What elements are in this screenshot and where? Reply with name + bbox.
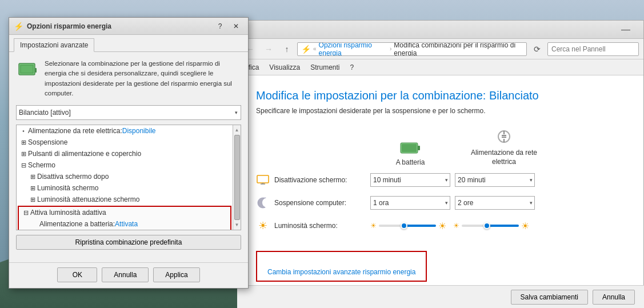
brightness-battery-thumb[interactable] <box>401 222 407 229</box>
screen-power-dropdown[interactable]: 20 minuti 5 minuti 10 minuti 30 minuti 1… <box>455 173 535 187</box>
tree-scroll-area[interactable]: • Alimentazione da rete elettrica: Dispo… <box>17 125 241 230</box>
dialog-combination-dropdown[interactable]: Bilanciato [attivo] Risparmio energia Pr… <box>16 105 241 120</box>
tree-scrollbar[interactable]: ▲ ▼ <box>233 125 241 230</box>
dialog-title-icon: ⚡ <box>14 22 23 31</box>
dialog-apply-button[interactable]: Applica <box>153 267 199 282</box>
sun-large-power-icon: ☀ <box>521 221 529 231</box>
tree-item-screen[interactable]: ⊟ Schermo <box>17 159 233 171</box>
svg-rect-1 <box>418 146 420 150</box>
brightness-setting: ☀ Luminosità schermo: ☀ ☀ ☀ ☀ <box>256 219 625 233</box>
dialog-header-description: Selezionare la combinazione per la gesti… <box>45 59 241 98</box>
dialog-header: Selezionare la combinazione per la gesti… <box>16 59 241 98</box>
dialog-title-text: Opzioni risparmio energia <box>27 22 213 30</box>
tree-highlight-0: Disponibile <box>122 127 156 135</box>
content-area: Modifica le impostazioni per la combinaz… <box>238 75 643 287</box>
address-sep1: « <box>313 46 317 52</box>
svg-rect-14 <box>21 66 33 73</box>
brightness-setting-icon: ☀ <box>256 219 270 233</box>
expand-icon-3: ⊟ <box>19 161 28 170</box>
refresh-button[interactable]: ⟳ <box>529 41 545 57</box>
main-panel: — ← → ↑ ⚡ « Opzioni risparmio energia › … <box>237 20 644 308</box>
dialog-cancel-button[interactable]: Annulla <box>102 267 149 282</box>
dialog-dropdown-wrapper: Bilanciato [attivo] Risparmio energia Pr… <box>16 105 241 120</box>
tree-text-5: Luminosità schermo <box>37 184 98 192</box>
svg-rect-2 <box>402 144 417 152</box>
sleep-power-dropdown[interactable]: 2 ore 30 minuti 1 ora 3 ore Mai <box>455 196 535 210</box>
tree-highlight-8: Attivata <box>115 220 138 228</box>
address-power-icon: ⚡ <box>301 45 311 54</box>
dialog-close-button[interactable]: ✕ <box>229 19 243 33</box>
dialog-ok-button[interactable]: OK <box>57 267 97 282</box>
power-label: Alimentazione da rete elettrica <box>464 149 544 166</box>
tree-item-attenuation[interactable]: ⊞ Luminosità attenuazione schermo <box>17 194 233 205</box>
brightness-battery-slider[interactable] <box>379 225 436 227</box>
brightness-setting-label: Luminosità schermo: <box>274 222 366 230</box>
sleep-battery-dropdown[interactable]: 1 ora 15 minuti 30 minuti 2 ore Mai <box>370 196 450 210</box>
tree-item-battery-adaptive[interactable]: Alimentazione a batteria: Attivata <box>19 218 230 230</box>
advanced-btn-wrapper: Cambia impostazioni avanzate risparmio e… <box>256 251 427 282</box>
sun-small-power-icon: ☀ <box>453 222 459 230</box>
screen-power-dropdown-wrap: 20 minuti 5 minuti 10 minuti 30 minuti 1… <box>455 173 535 187</box>
battery-icon <box>400 142 421 156</box>
tree-text-4: Disattiva schermo dopo <box>37 173 109 181</box>
menu-visualizza[interactable]: Visualizza <box>265 61 305 74</box>
dialog-titlebar: ⚡ Opzioni risparmio energia ? ✕ <box>9 18 248 35</box>
bottom-bar: Salva cambiamenti Annulla <box>237 285 644 308</box>
minimize-button[interactable]: — <box>613 21 639 39</box>
expand-icon-2: ⊞ <box>19 149 28 158</box>
sleep-power-dropdown-wrap: 2 ore 30 minuti 1 ora 3 ore Mai ▾ <box>455 196 535 210</box>
brightness-power-slider[interactable] <box>462 225 519 227</box>
up-button[interactable]: ↑ <box>279 41 295 57</box>
svg-rect-13 <box>35 68 37 73</box>
scroll-down-button[interactable]: ▼ <box>234 221 241 229</box>
sleep-setting-icon <box>256 196 270 210</box>
search-input[interactable] <box>547 42 639 56</box>
screen-battery-dropdown[interactable]: 10 minuti 5 minuti 15 minuti 20 minuti 3… <box>370 173 450 187</box>
battery-label: A batteria <box>396 158 425 166</box>
dialog-tab-advanced[interactable]: Impostazioni avanzate <box>14 38 94 52</box>
screen-battery-dropdown-wrap: 10 minuti 5 minuti 15 minuti 20 minuti 3… <box>370 173 450 187</box>
dialog-tabs: Impostazioni avanzate <box>9 35 248 52</box>
screen-setting: Disattivazione schermo: 10 minuti 5 minu… <box>256 173 625 187</box>
sleep-battery-dropdown-wrap: 1 ora 15 minuti 30 minuti 2 ore Mai ▾ <box>370 196 450 210</box>
expand-icon-4: ⊞ <box>28 172 37 181</box>
save-button[interactable]: Salva cambiamenti <box>511 290 588 305</box>
scroll-thumb[interactable] <box>234 135 240 220</box>
dialog-help-button[interactable]: ? <box>213 19 227 33</box>
tree-item-adaptive[interactable]: ⊟ Attiva luminosità adattiva <box>19 207 230 218</box>
dialog-body: Selezionare la combinazione per la gesti… <box>9 52 248 262</box>
dialog: ⚡ Opzioni risparmio energia ? ✕ Impostaz… <box>9 17 249 289</box>
sun-large-battery-icon: ☀ <box>438 221 446 231</box>
nav-bar: ← → ↑ ⚡ « Opzioni risparmio energia › Mo… <box>238 39 643 59</box>
menu-strumenti[interactable]: Strumenti <box>306 61 344 74</box>
advanced-settings-button[interactable]: Cambia impostazioni avanzate risparmio e… <box>258 265 425 279</box>
tree-item-suspension[interactable]: ⊞ Sospensione <box>17 137 233 148</box>
brightness-battery-slider-container: ☀ ☀ <box>370 221 446 231</box>
screen-setting-icon <box>256 173 270 187</box>
brightness-power-thumb[interactable] <box>483 222 490 229</box>
expand-icon-6: ⊞ <box>28 195 37 204</box>
tree-text-7: Attiva luminosità adattiva <box>30 209 106 217</box>
tree-item-power-network[interactable]: • Alimentazione da rete elettrica: Dispo… <box>17 125 233 137</box>
sleep-setting-label: Sospensione computer: <box>274 199 366 207</box>
tree-container: • Alimentazione da rete elettrica: Dispo… <box>16 125 241 230</box>
tree-text-6: Luminosità attenuazione schermo <box>37 195 139 203</box>
address-part2: Modifica combinazioni per il risparmio d… <box>394 42 523 56</box>
tree-item-brightness[interactable]: ⊞ Luminosità schermo <box>17 182 233 194</box>
address-bar[interactable]: ⚡ « Opzioni risparmio energia › Modifica… <box>297 42 527 56</box>
reset-combination-button[interactable]: Ripristina combinazione predefinita <box>16 235 241 250</box>
menu-bar: ifica Visualizza Strumenti ? <box>238 59 643 75</box>
expand-icon-7: ⊟ <box>21 208 30 217</box>
forward-button[interactable]: → <box>261 41 277 57</box>
expand-icon-0: • <box>19 126 28 135</box>
menu-help[interactable]: ? <box>346 61 359 74</box>
tree-item-disable-screen[interactable]: ⊞ Disattiva schermo dopo <box>17 171 233 182</box>
power-plug-icon <box>496 129 512 146</box>
dialog-header-icon <box>16 59 39 82</box>
svg-rect-8 <box>257 175 269 183</box>
scroll-up-button[interactable]: ▲ <box>234 126 241 134</box>
address-sep2: › <box>390 46 391 52</box>
tree-text-8a: Alimentazione a batteria: <box>39 220 115 228</box>
cancel-button[interactable]: Annulla <box>593 290 635 305</box>
tree-item-buttons[interactable]: ⊞ Pulsanti di alimentazione e coperchio <box>17 148 233 159</box>
